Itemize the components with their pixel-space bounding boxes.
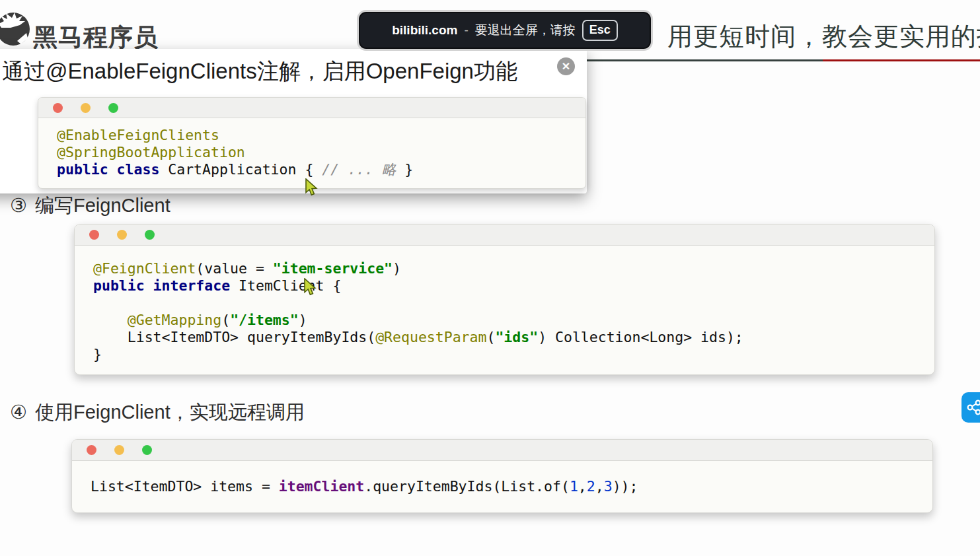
section-title: 编写FeignClient: [35, 195, 170, 216]
window-titlebar: [72, 440, 932, 461]
traffic-light-yellow-icon: [81, 103, 91, 113]
traffic-light-green-icon: [142, 445, 152, 455]
mouse-cursor-icon: [305, 178, 319, 196]
popup-title: 通过@EnableFeignClients注解，启用OpenFeign功能: [2, 57, 517, 87]
code-line: public interface ItemClient {: [93, 277, 934, 295]
window-titlebar: [75, 225, 934, 246]
toast-message: 要退出全屏，请按: [475, 22, 576, 39]
header-underline-red: [823, 59, 980, 61]
section-title: 使用FeignClient，实现远程调用: [35, 401, 305, 423]
esc-key-badge: Esc: [582, 20, 618, 41]
traffic-light-yellow-icon: [114, 445, 124, 455]
fullscreen-exit-toast: bilibili.com - 要退出全屏，请按 Esc: [357, 10, 653, 51]
code-usage: List<ItemDTO> items = itemClient.queryIt…: [72, 461, 932, 495]
code-line: @EnableFeignClients: [57, 127, 585, 144]
code-window-feign-client: @FeignClient(value = "item-service")publ…: [74, 224, 935, 375]
window-titlebar: [38, 98, 585, 118]
page: { "header": { "brand": "黑马程序员", "slogan"…: [0, 0, 980, 556]
brand-logo-icon: [0, 12, 30, 46]
section-number: ④: [10, 401, 27, 423]
traffic-light-yellow-icon: [117, 230, 127, 240]
section-heading-write-feignclient: ③编写FeignClient: [10, 193, 170, 219]
traffic-light-red-icon: [87, 445, 96, 455]
code-enable-feign: @EnableFeignClients@SpringBootApplicatio…: [38, 118, 585, 178]
code-window-enable-feign: @EnableFeignClients@SpringBootApplicatio…: [38, 97, 586, 189]
mouse-cursor-icon: [303, 278, 317, 296]
code-line: @SpringBootApplication: [57, 144, 585, 161]
code-line: List<ItemDTO> queryItemByIds(@RequestPar…: [93, 329, 934, 346]
openfeign-popup: 通过@EnableFeignClients注解，启用OpenFeign功能 ✕ …: [0, 49, 587, 193]
traffic-light-green-icon: [108, 103, 118, 113]
code-line: public class CartApplication { // ... 略 …: [57, 161, 585, 178]
toast-separator: -: [464, 23, 468, 38]
code-line: @FeignClient(value = "item-service"): [93, 260, 934, 277]
code-line: [93, 295, 934, 312]
code-line: List<ItemDTO> items = itemClient.queryIt…: [91, 478, 932, 495]
traffic-light-green-icon: [145, 230, 155, 240]
header-slogan: 用更短时间，教会更实用的技: [667, 20, 980, 53]
code-feign-client: @FeignClient(value = "item-service")publ…: [75, 246, 934, 363]
share-widget-button[interactable]: [961, 392, 980, 423]
share-icon: [966, 399, 980, 416]
traffic-light-red-icon: [89, 230, 99, 240]
toast-site: bilibili.com: [392, 23, 457, 38]
section-heading-use-feignclient: ④使用FeignClient，实现远程调用: [10, 400, 305, 426]
code-line: }: [93, 346, 934, 363]
section-number: ③: [10, 195, 27, 216]
close-icon[interactable]: ✕: [557, 57, 575, 75]
traffic-light-red-icon: [53, 103, 63, 113]
code-line: @GetMapping("/items"): [93, 312, 934, 329]
code-window-usage: List<ItemDTO> items = itemClient.queryIt…: [71, 439, 933, 513]
